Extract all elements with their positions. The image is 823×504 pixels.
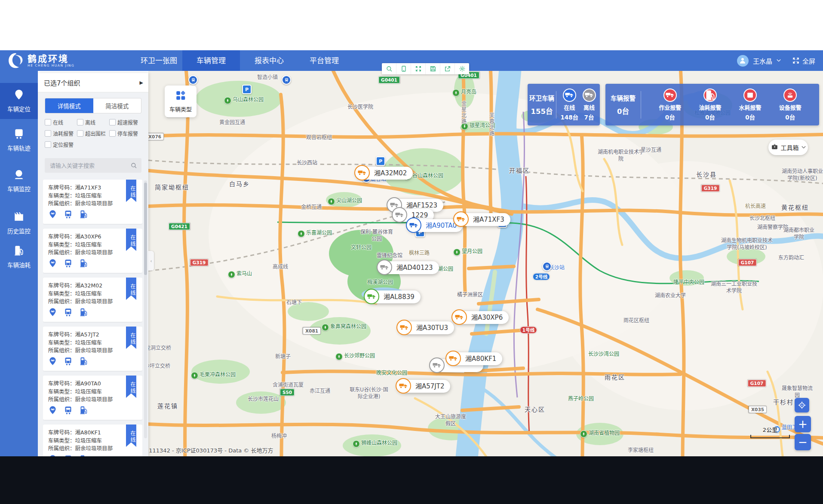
truck-icon (429, 357, 445, 373)
checkbox-icon[interactable] (45, 130, 51, 137)
vehicle-map-marker[interactable]: 湘A30TU3 (398, 321, 454, 334)
crane-logo-icon (7, 52, 24, 69)
park-icon (228, 271, 235, 278)
vehicle-type-button[interactable]: 车辆类型 (165, 86, 197, 117)
zoom-out-button[interactable]: − (795, 434, 811, 450)
filter-checkbox-5[interactable]: 超出围栏 (77, 130, 106, 137)
toolbox-button[interactable]: 工具箱 (768, 140, 808, 155)
nav-item-2[interactable]: 车辆管理 (182, 50, 240, 71)
map-label: 杭长高速 (745, 202, 766, 209)
device-view-icon[interactable] (396, 63, 411, 74)
map-zoom-controls: + − (795, 398, 811, 452)
alarm-value: 0台 (665, 113, 675, 121)
vehicle-map-marker[interactable]: 湘AD40123 (378, 261, 439, 274)
tab-simple-mode[interactable]: 简洁模式 (93, 98, 141, 113)
online-stat: 在线 148台 (560, 89, 578, 121)
sidebar-item-1[interactable]: 车辆定位 (0, 83, 38, 119)
search-icon[interactable] (130, 162, 137, 169)
nav-item-1[interactable]: 环卫一张图 (133, 50, 185, 71)
sidebar-item-label: 车辆监控 (7, 184, 31, 193)
fuel-vehicle-icon[interactable] (79, 259, 88, 269)
checkbox-icon[interactable] (45, 141, 51, 148)
vehicle-type: 车辆类型：垃圾压缩车 (48, 192, 137, 200)
locate-vehicle-icon[interactable] (48, 406, 57, 416)
zoom-search-icon[interactable] (382, 63, 396, 74)
sidebar-item-5[interactable]: 车辆油耗 (0, 239, 38, 275)
org-selector[interactable]: 已选7个组织 ▶ (38, 73, 148, 92)
truck-icon (396, 378, 411, 394)
filter-checkbox-6[interactable]: 停车报警 (109, 130, 138, 137)
checkbox-icon[interactable] (109, 130, 116, 137)
vehicle-map-marker[interactable]: 湘AL8839 (365, 290, 421, 303)
checkbox-icon[interactable] (45, 119, 51, 125)
locate-vehicle-icon[interactable] (48, 210, 57, 220)
vehicle-map-marker[interactable]: 湘A80KF1 (447, 352, 502, 365)
share-icon[interactable] (440, 63, 455, 74)
user-name[interactable]: 王水晶 (753, 56, 772, 65)
vehicle-card-1[interactable]: 车牌号码：湘A71XF3车辆类型：垃圾压缩车所属组织：厨余垃圾项目部在线 (43, 180, 142, 224)
sidebar-item-3[interactable]: 车辆监控 (0, 163, 38, 199)
zoom-in-button[interactable]: + (795, 416, 811, 432)
fullscreen-button[interactable]: 全屏 (792, 56, 815, 65)
fuel-vehicle-icon[interactable] (79, 357, 88, 367)
sidebar-item-2[interactable]: 车辆轨迹 (0, 122, 38, 158)
park-icon (453, 249, 461, 256)
map-label: 乐喜湖公园 (298, 229, 332, 238)
filter-checkbox-1[interactable]: 在线 (45, 119, 63, 126)
chevron-down-icon (802, 145, 806, 150)
checkbox-icon[interactable] (77, 119, 83, 125)
vehicle-card-3[interactable]: 车牌号码：湘A32M02车辆类型：垃圾压缩车所属组织：厨余垃圾项目部在线 (43, 278, 142, 322)
map-label: 象鼻窝森林公园 (322, 322, 366, 331)
road-shield-badge: G107 (738, 259, 757, 266)
expand-icon[interactable] (411, 63, 426, 74)
search-box (45, 158, 141, 173)
nav-item-4[interactable]: 平台管理 (303, 50, 346, 71)
filter-checkbox-3[interactable]: 超速报警 (109, 119, 138, 126)
locate-vehicle-icon[interactable] (48, 357, 57, 367)
map-label: 尖山湖公园 (328, 196, 362, 205)
checkbox-icon[interactable] (77, 130, 83, 137)
vehicle-map-marker[interactable]: 湘A71XF3 (455, 213, 510, 226)
panel-collapse-handle[interactable]: ‹ (148, 251, 154, 271)
filter-checkbox-7[interactable]: 定位报警 (45, 141, 74, 148)
save-icon[interactable] (426, 63, 440, 74)
vehicle-map-marker[interactable]: 湘A32M02 (356, 167, 413, 180)
track-vehicle-icon[interactable] (64, 357, 73, 367)
track-vehicle-icon[interactable] (64, 210, 73, 220)
search-input[interactable] (49, 162, 130, 169)
map-label: 雷锋纪念馆 (377, 251, 402, 259)
map-label: 湖南农业大学 (655, 291, 686, 299)
tab-detail-mode[interactable]: 详情模式 (45, 98, 93, 113)
locate-vehicle-icon[interactable] (48, 308, 57, 318)
marker-plate: 湘A80KF1 (465, 355, 496, 363)
map-label: 晚安文化公园 (376, 369, 407, 376)
vehicle-card-4[interactable]: 车牌号码：湘A57JT2车辆类型：垃圾压缩车所属组织：厨余垃圾项目部在线 (43, 327, 142, 371)
filter-label: 油耗报警 (53, 130, 74, 137)
track-vehicle-icon[interactable] (64, 308, 73, 318)
user-avatar[interactable] (737, 55, 749, 67)
locate-button[interactable] (795, 398, 809, 412)
vehicle-map-marker[interactable]: 湘A30XP6 (453, 311, 509, 324)
sidebar-item-4[interactable]: 历史监控 (0, 205, 38, 241)
vehicle-card-5[interactable]: 车牌号码：湘A90TA0车辆类型：垃圾压缩车所属组织：厨余垃圾项目部在线 (43, 376, 142, 420)
filter-checkbox-2[interactable]: 离线 (77, 119, 95, 126)
settings-icon[interactable] (455, 63, 469, 74)
chevron-down-icon[interactable] (777, 58, 781, 63)
map-label: 雨花区 (605, 373, 625, 381)
fuel-vehicle-icon[interactable] (79, 210, 88, 220)
panel-scrollbar-thumb[interactable] (144, 183, 147, 275)
map-label: 橘子洲景区 (457, 290, 483, 298)
track-vehicle-icon[interactable] (64, 259, 73, 269)
locate-vehicle-icon[interactable] (48, 259, 57, 269)
track-vehicle-icon[interactable] (64, 406, 73, 416)
fuel-vehicle-icon[interactable] (79, 406, 88, 416)
filter-checkbox-4[interactable]: 油耗报警 (45, 130, 74, 137)
checkbox-icon[interactable] (109, 119, 116, 125)
vehicle-card-6[interactable]: 车牌号码：湘A80KF1车辆类型：垃圾压缩车所属组织：厨余垃圾项目部在线 (43, 425, 142, 456)
nav-item-3[interactable]: 报表中心 (246, 50, 292, 71)
vehicle-card-2[interactable]: 车牌号码：湘A30XP6车辆类型：垃圾压缩车所属组织：厨余垃圾项目部在线 (43, 229, 142, 273)
vehicle-map-marker[interactable]: 湘A57JT2 (397, 380, 450, 393)
fuel-vehicle-icon[interactable] (79, 308, 88, 318)
map-label: 望月公园 (453, 247, 482, 256)
marker-plate: 湘AL8839 (384, 293, 415, 301)
